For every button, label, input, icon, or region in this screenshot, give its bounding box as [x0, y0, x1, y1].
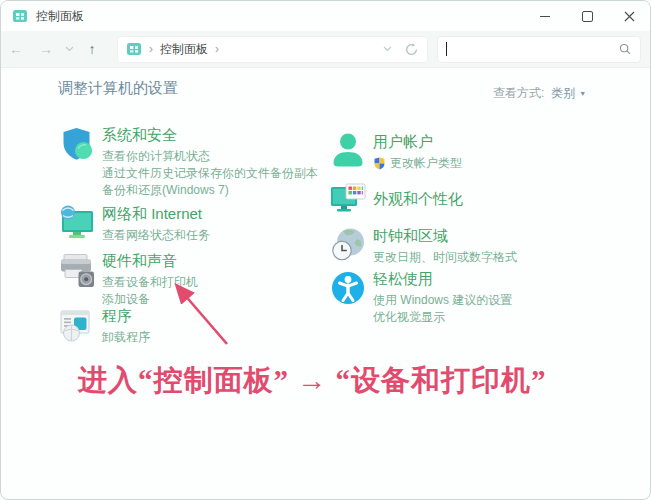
category-title-system-security[interactable]: 系统和安全	[102, 125, 318, 145]
category-hardware-sound: 硬件和声音 查看设备和打印机 添加设备	[58, 251, 198, 308]
category-appearance-personalization: 外观和个性化	[329, 181, 463, 219]
link-view-computer-status[interactable]: 查看你的计算机状态	[102, 148, 318, 165]
user-icon[interactable]	[329, 132, 367, 170]
link-file-history-backup[interactable]: 通过文件历史记录保存你的文件备份副本	[102, 165, 318, 182]
link-change-account-type[interactable]: 更改帐户类型	[390, 155, 462, 172]
clock-region-icon[interactable]	[329, 226, 367, 264]
navigation-bar: ← → ↑ › 控制面板 ›	[1, 31, 650, 68]
text-cursor	[446, 42, 447, 56]
refresh-icon[interactable]	[404, 42, 419, 57]
category-title-appearance-personalization[interactable]: 外观和个性化	[373, 189, 463, 209]
link-suggested-settings[interactable]: 使用 Windows 建议的设置	[373, 292, 512, 309]
link-uninstall-program[interactable]: 卸载程序	[102, 329, 150, 346]
arrow-left-icon: ←	[9, 41, 23, 57]
personalization-icon[interactable]	[329, 181, 367, 219]
category-title-clock-region[interactable]: 时钟和区域	[373, 226, 517, 246]
category-ease-of-access: 轻松使用 使用 Windows 建议的设置 优化视觉显示	[329, 269, 512, 326]
view-by-dropdown[interactable]: 类别 ▼	[551, 85, 586, 102]
breadcrumb[interactable]: › 控制面板 ›	[117, 36, 428, 63]
network-monitor-icon[interactable]	[58, 204, 96, 242]
breadcrumb-item-control-panel[interactable]: 控制面板	[160, 41, 208, 58]
control-panel-icon	[12, 8, 28, 24]
category-title-user-accounts[interactable]: 用户帐户	[373, 132, 462, 152]
annotation-text: 进入“控制面板” → “设备和打印机”	[78, 361, 547, 401]
category-network-internet: 网络和 Internet 查看网络状态和任务	[58, 204, 210, 244]
search-input[interactable]	[450, 41, 618, 57]
close-button[interactable]	[608, 1, 650, 31]
uac-shield-icon	[373, 157, 386, 170]
category-system-security: 系统和安全 查看你的计算机状态 通过文件历史记录保存你的文件备份副本 备份和还原…	[58, 125, 318, 199]
close-icon	[624, 11, 635, 22]
category-clock-region: 时钟和区域 更改日期、时间或数字格式	[329, 226, 517, 266]
recent-pages-dropdown[interactable]	[61, 46, 77, 52]
search-icon	[618, 42, 632, 56]
minimize-button[interactable]	[524, 1, 566, 31]
shield-security-icon[interactable]	[58, 125, 96, 163]
view-by: 查看方式: 类别 ▼	[493, 85, 586, 102]
page-title: 调整计算机的设置	[58, 79, 178, 98]
minimize-icon	[540, 16, 550, 17]
view-by-label: 查看方式:	[493, 85, 544, 102]
link-backup-restore-win7[interactable]: 备份和还原(Windows 7)	[102, 182, 318, 199]
chevron-down-icon: ▼	[579, 90, 586, 97]
caption-buttons	[524, 1, 650, 31]
chevron-down-icon	[65, 46, 74, 52]
search-box[interactable]	[437, 36, 641, 63]
chevron-right-icon: ›	[149, 42, 153, 56]
category-title-network-internet[interactable]: 网络和 Internet	[102, 204, 210, 224]
view-by-value: 类别	[551, 85, 575, 102]
category-title-ease-of-access[interactable]: 轻松使用	[373, 269, 512, 289]
up-button[interactable]: ↑	[77, 41, 107, 57]
ease-of-access-icon[interactable]	[329, 269, 367, 307]
link-change-date-time-formats[interactable]: 更改日期、时间或数字格式	[373, 249, 517, 266]
link-optimize-visual-display[interactable]: 优化视觉显示	[373, 309, 512, 326]
window-title: 控制面板	[36, 8, 84, 25]
maximize-icon	[582, 11, 593, 22]
link-view-network-status[interactable]: 查看网络状态和任务	[102, 227, 210, 244]
printer-icon[interactable]	[58, 251, 96, 289]
breadcrumb-controls	[383, 42, 419, 57]
category-user-accounts: 用户帐户 更改帐户类型	[329, 132, 462, 172]
control-panel-icon	[126, 41, 142, 57]
titlebar: 控制面板	[1, 1, 650, 31]
control-panel-window: 控制面板 ← → ↑ › 控制面板 ›	[0, 0, 651, 500]
category-title-hardware-sound[interactable]: 硬件和声音	[102, 251, 198, 271]
arrow-up-icon: ↑	[89, 41, 96, 57]
category-programs: 程序 卸载程序	[58, 306, 150, 346]
category-title-programs[interactable]: 程序	[102, 306, 150, 326]
programs-icon[interactable]	[58, 306, 96, 344]
link-view-devices-printers[interactable]: 查看设备和打印机	[102, 274, 198, 291]
maximize-button[interactable]	[566, 1, 608, 31]
forward-button[interactable]: →	[31, 41, 61, 57]
address-dropdown-chevron-icon[interactable]	[383, 46, 392, 52]
chevron-right-icon[interactable]: ›	[215, 42, 219, 56]
arrow-right-icon: →	[39, 41, 53, 57]
back-button[interactable]: ←	[1, 41, 31, 57]
